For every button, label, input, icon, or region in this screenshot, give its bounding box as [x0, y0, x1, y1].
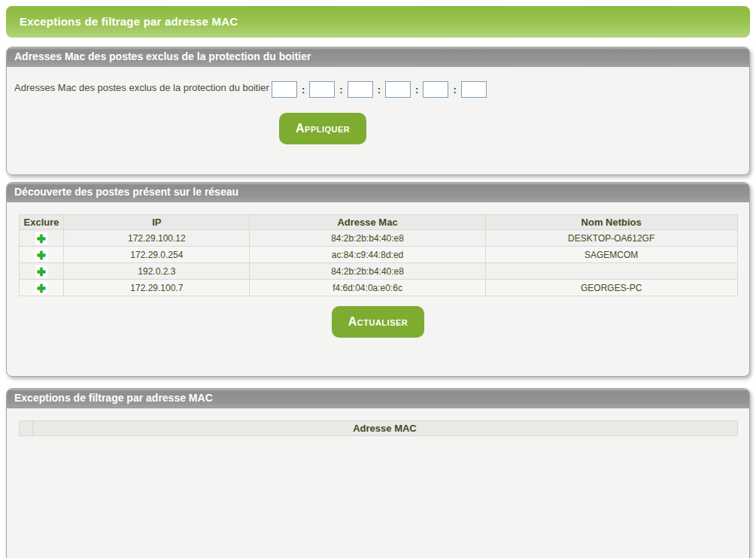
netbios-cell: SAGEMCOM — [485, 247, 737, 263]
mac-separator: : — [302, 84, 305, 96]
section-exceptions-body: Adresse MAC — [7, 420, 749, 558]
mac-cell: ac:84:c9:44:8d:ed — [250, 247, 486, 263]
section-mac-entry-body: Adresses Mac des postes exclus de la pro… — [7, 67, 749, 174]
page-title-bar: Exceptions de filtrage par adresse MAC — [6, 6, 750, 38]
mac-octet-input-5[interactable] — [423, 81, 448, 98]
col-exclure: Exclure — [19, 215, 64, 230]
refresh-button[interactable]: Actualiser — [332, 306, 425, 338]
mac-octet-input-4[interactable] — [385, 81, 411, 98]
mac-octet-input-6[interactable] — [461, 81, 487, 98]
discovery-table-body: ✚172.29.100.1284:2b:2b:b4:40:e8DESKTOP-O… — [19, 230, 737, 296]
exclude-cell: ✚ — [19, 230, 64, 247]
discovery-table-header-row: Exclure IP Adresse Mac Nom Netbios — [19, 215, 737, 230]
section-discovery-header: Découverte des postes présent sur le rés… — [7, 183, 749, 202]
mac-separator: : — [339, 84, 342, 96]
table-row: ✚172.29.100.7f4:6d:04:0a:e0:6cGEORGES-PC — [19, 280, 737, 296]
exceptions-table-header-row: Adresse MAC — [19, 421, 737, 436]
table-row: ✚192.0.2.384:2b:2b:b4:40:e8 — [19, 263, 737, 280]
add-exclusion-icon[interactable]: ✚ — [35, 249, 47, 261]
mac-separator: : — [378, 84, 381, 96]
mac-cell: f4:6d:04:0a:e0:6c — [250, 280, 486, 296]
section-discovery-body: Exclure IP Adresse Mac Nom Netbios ✚172.… — [7, 214, 749, 376]
add-exclusion-icon[interactable]: ✚ — [35, 232, 47, 244]
add-exclusion-icon[interactable]: ✚ — [35, 282, 47, 294]
exceptions-table: Adresse MAC — [19, 420, 738, 436]
mac-separator: : — [453, 84, 456, 96]
section-exceptions-header: Exceptions de filtrage par adresse MAC — [7, 389, 749, 408]
mac-cell: 84:2b:2b:b4:40:e8 — [250, 263, 486, 280]
exclude-cell: ✚ — [19, 247, 64, 263]
apply-button[interactable]: Appliquer — [279, 113, 366, 144]
mac-octet-input-1[interactable] — [272, 81, 297, 98]
mac-field-label: Adresses Mac des postes exclus de la pro… — [14, 81, 272, 94]
col-empty — [19, 421, 32, 436]
col-nom-netbios: Nom Netbios — [485, 215, 737, 230]
mac-octet-input-2[interactable] — [309, 81, 335, 98]
ip-cell: 172.29.0.254 — [64, 247, 250, 263]
col-adresse-mac: Adresse Mac — [250, 215, 486, 230]
col-ip: IP — [64, 215, 250, 230]
netbios-cell: DESKTOP-OA612GF — [485, 230, 737, 247]
add-exclusion-icon[interactable]: ✚ — [35, 265, 47, 277]
discovery-table: Exclure IP Adresse Mac Nom Netbios ✚172.… — [19, 214, 738, 296]
ip-cell: 192.0.2.3 — [64, 263, 250, 280]
section-exceptions: Exceptions de filtrage par adresse MAC A… — [6, 388, 750, 558]
mac-input-group: ::::: — [272, 81, 487, 98]
col-adresse-mac: Adresse MAC — [32, 421, 737, 436]
mac-cell: 84:2b:2b:b4:40:e8 — [250, 230, 486, 247]
ip-cell: 172.29.100.12 — [64, 230, 250, 247]
netbios-cell — [485, 263, 737, 280]
section-mac-entry-header: Adresses Mac des postes exclus de la pro… — [7, 47, 749, 67]
section-mac-entry: Adresses Mac des postes exclus de la pro… — [6, 47, 750, 175]
table-row: ✚172.29.100.1284:2b:2b:b4:40:e8DESKTOP-O… — [19, 230, 737, 247]
exclude-cell: ✚ — [19, 280, 64, 296]
page-title: Exceptions de filtrage par adresse MAC — [20, 15, 238, 28]
mac-octet-input-3[interactable] — [348, 81, 373, 98]
exclude-cell: ✚ — [19, 263, 64, 280]
section-discovery: Découverte des postes présent sur le rés… — [6, 182, 750, 377]
netbios-cell: GEORGES-PC — [485, 280, 737, 296]
table-row: ✚172.29.0.254ac:84:c9:44:8d:edSAGEMCOM — [19, 247, 737, 263]
mac-separator: : — [415, 84, 418, 96]
ip-cell: 172.29.100.7 — [64, 280, 250, 296]
